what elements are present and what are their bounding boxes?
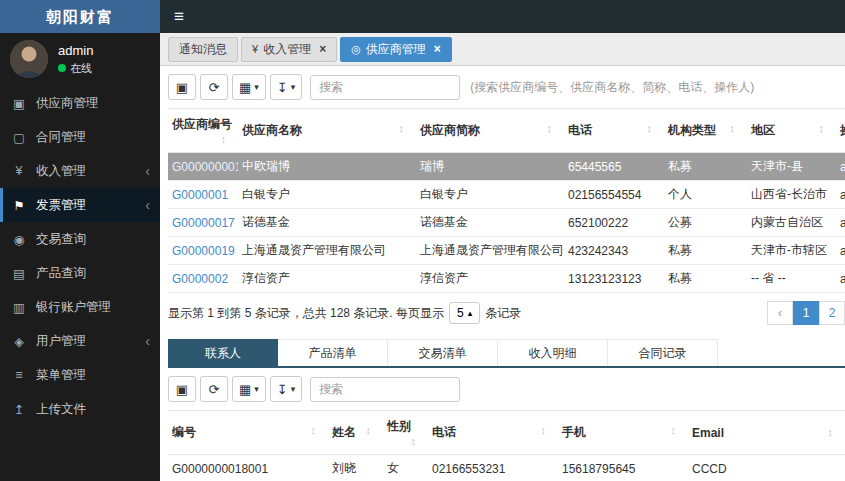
column-header-short[interactable]: 供应商简称↕ bbox=[416, 109, 564, 153]
app-brand: 朝阳财富 bbox=[0, 0, 160, 33]
sidebar-item-income[interactable]: ¥收入管理‹ bbox=[0, 154, 160, 188]
table-row[interactable]: G0000002淳信资产淳信资产13123123123私募-- 省 --a bbox=[168, 265, 845, 293]
sidebar-item-menus[interactable]: ≡菜单管理 bbox=[0, 358, 160, 392]
row-id-link[interactable]: G0000000018 bbox=[172, 160, 238, 174]
close-icon[interactable]: × bbox=[434, 42, 441, 56]
column-header-name[interactable]: 姓名↕ bbox=[328, 411, 383, 455]
row-id-link[interactable]: G0000002 bbox=[172, 272, 228, 286]
main-area: 通知消息¥收入管理×◎供应商管理× ▣ ⟳ ▦▾ ↧▾ (搜索供应商编号、供应商… bbox=[160, 33, 845, 481]
contacts-search-input[interactable] bbox=[310, 377, 460, 402]
column-header-label: 供应商名称 bbox=[242, 123, 302, 137]
sort-icon[interactable]: ↕ bbox=[221, 133, 227, 145]
detail-panel: 联系人产品清单交易清单收入明细合同记录 ▣ ⟳ ▦▾ ↧▾ 编号↕姓名↕性别↕电… bbox=[168, 339, 845, 481]
table-row[interactable]: G00000019上海通晟资产管理有限公司上海通晟资产管理有限公司4232423… bbox=[168, 237, 845, 265]
column-header-mobile[interactable]: 手机↕ bbox=[558, 411, 688, 455]
detail-tab-contacts[interactable]: 联系人 bbox=[168, 339, 278, 366]
tab-income[interactable]: ¥收入管理× bbox=[241, 37, 337, 62]
columns-button[interactable]: ▦▾ bbox=[232, 376, 266, 402]
row-id-link[interactable]: G00000019 bbox=[172, 244, 235, 258]
sidebar-item-upload[interactable]: ↥上传文件 bbox=[0, 392, 160, 426]
refresh-button[interactable]: ⟳ bbox=[200, 74, 228, 100]
avatar bbox=[10, 40, 48, 78]
detail-tab-contracts[interactable]: 合同记录 bbox=[608, 339, 718, 366]
export-button[interactable]: ↧▾ bbox=[270, 74, 302, 100]
table-row[interactable]: G0000001白银专户白银专户02156554554个人山西省-长治市a bbox=[168, 181, 845, 209]
cell-type: 公募 bbox=[664, 209, 747, 237]
refresh-button[interactable]: ⟳ bbox=[200, 376, 228, 402]
table-row[interactable]: G00000017诺德基金诺德基金652100222公募内蒙古自治区a bbox=[168, 209, 845, 237]
detail-tab-products[interactable]: 产品清单 bbox=[278, 339, 388, 366]
close-icon[interactable]: × bbox=[319, 42, 326, 56]
row-id-link[interactable]: G0000001 bbox=[172, 188, 228, 202]
tab-label: 供应商管理 bbox=[366, 41, 426, 58]
supplier-icon: ▣ bbox=[10, 96, 28, 111]
column-header-id[interactable]: 编号↕ bbox=[168, 411, 328, 455]
cell-region: 内蒙古自治区 bbox=[747, 209, 836, 237]
column-header-label: 编号 bbox=[172, 425, 196, 439]
column-header-id[interactable]: 供应商编号↕ bbox=[168, 109, 238, 153]
toggle-view-button[interactable]: ▣ bbox=[168, 376, 196, 402]
sidebar-item-bank-accounts[interactable]: ▥银行账户管理 bbox=[0, 290, 160, 324]
caret-down-icon: ▾ bbox=[254, 384, 259, 394]
sort-icon[interactable]: ↕ bbox=[671, 424, 677, 436]
sidebar-menu: ▣供应商管理▢合同管理¥收入管理‹⚑发票管理‹◉交易查询▤产品查询▥银行账户管理… bbox=[0, 86, 160, 426]
column-header-phone[interactable]: 电话↕ bbox=[564, 109, 664, 153]
sidebar-item-label: 上传文件 bbox=[36, 401, 86, 418]
row-id-link[interactable]: G00000017 bbox=[172, 216, 235, 230]
caret-up-icon: ▴ bbox=[468, 308, 473, 318]
cell-type: 个人 bbox=[664, 181, 747, 209]
column-header-region[interactable]: 地区↕ bbox=[747, 109, 836, 153]
column-header-email[interactable]: Email↕ bbox=[688, 411, 845, 455]
tab-suppliers[interactable]: ◎供应商管理× bbox=[340, 37, 452, 62]
table-header-row: 供应商编号↕供应商名称↕供应商简称↕电话↕机构类型↕地区↕操作人↕ bbox=[168, 109, 845, 153]
cell-name: 中欧瑞博 bbox=[238, 153, 416, 181]
column-header-type[interactable]: 机构类型↕ bbox=[664, 109, 747, 153]
tab-label: 通知消息 bbox=[179, 41, 227, 58]
sort-icon[interactable]: ↕ bbox=[366, 424, 372, 436]
sidebar-toggle-icon[interactable]: ≡ bbox=[174, 7, 184, 26]
supplier-panel: ▣ ⟳ ▦▾ ↧▾ (搜索供应商编号、供应商名称、简称、电话、操作人) 供应商编… bbox=[168, 74, 845, 325]
cell-short: 淳信资产 bbox=[416, 265, 564, 293]
sidebar-item-invoices[interactable]: ⚑发票管理‹ bbox=[0, 188, 160, 222]
column-header-op[interactable]: 操作人↕ bbox=[836, 109, 845, 153]
sidebar-item-products[interactable]: ▤产品查询 bbox=[0, 256, 160, 290]
sort-icon[interactable]: ↕ bbox=[547, 122, 553, 134]
sidebar-item-contracts[interactable]: ▢合同管理 bbox=[0, 120, 160, 154]
column-header-gender[interactable]: 性别↕ bbox=[383, 411, 428, 455]
tab-notifications[interactable]: 通知消息 bbox=[168, 37, 238, 62]
sort-icon[interactable]: ↕ bbox=[541, 424, 547, 436]
export-button[interactable]: ↧▾ bbox=[270, 376, 302, 402]
cell-op: a bbox=[836, 153, 845, 181]
sort-icon[interactable]: ↕ bbox=[828, 426, 834, 438]
columns-button[interactable]: ▦▾ bbox=[232, 74, 266, 100]
table-row[interactable]: G0000000018001刘晓女0216655323115618795645C… bbox=[168, 455, 845, 481]
detail-tab-income[interactable]: 收入明细 bbox=[498, 339, 608, 366]
sort-icon[interactable]: ↕ bbox=[411, 435, 417, 447]
refresh-icon: ⟳ bbox=[209, 80, 220, 95]
column-header-label: 机构类型 bbox=[668, 123, 716, 137]
sort-icon[interactable]: ↕ bbox=[647, 122, 653, 134]
search-hint: (搜索供应商编号、供应商名称、简称、电话、操作人) bbox=[470, 79, 754, 96]
page-size-value: 5 bbox=[457, 306, 464, 320]
sort-icon[interactable]: ↕ bbox=[311, 424, 317, 436]
page-button-2[interactable]: 2 bbox=[819, 301, 845, 325]
supplier-toolbar: ▣ ⟳ ▦▾ ↧▾ (搜索供应商编号、供应商名称、简称、电话、操作人) bbox=[168, 74, 845, 100]
supplier-search-input[interactable] bbox=[310, 75, 460, 100]
table-row[interactable]: G0000000018中欧瑞博瑞博65445565私募天津市-县a bbox=[168, 153, 845, 181]
prev-page-button[interactable]: ‹ bbox=[767, 301, 793, 325]
app-window: 朝阳财富 ≡ admin 在线 bbox=[0, 0, 845, 481]
page-button-1[interactable]: 1 bbox=[793, 301, 819, 325]
sort-icon[interactable]: ↕ bbox=[730, 122, 736, 134]
sidebar-item-users[interactable]: ◈用户管理‹ bbox=[0, 324, 160, 358]
sidebar-item-transactions[interactable]: ◉交易查询 bbox=[0, 222, 160, 256]
sort-icon[interactable]: ↕ bbox=[819, 122, 825, 134]
cell-op: a bbox=[836, 237, 845, 265]
detail-tab-transactions[interactable]: 交易清单 bbox=[388, 339, 498, 366]
toggle-view-button[interactable]: ▣ bbox=[168, 74, 196, 100]
cell-short: 诺德基金 bbox=[416, 209, 564, 237]
page-size-select[interactable]: 5 ▴ bbox=[449, 302, 480, 324]
sidebar-item-suppliers[interactable]: ▣供应商管理 bbox=[0, 86, 160, 120]
column-header-phone[interactable]: 电话↕ bbox=[428, 411, 558, 455]
sort-icon[interactable]: ↕ bbox=[399, 122, 405, 134]
column-header-name[interactable]: 供应商名称↕ bbox=[238, 109, 416, 153]
